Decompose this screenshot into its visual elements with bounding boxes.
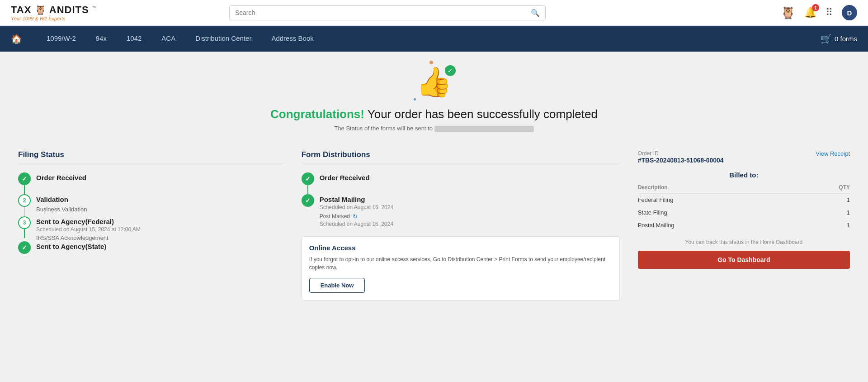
- logo-tax: TAX: [11, 4, 31, 15]
- go-to-dashboard-button[interactable]: Go To Dashboard: [638, 251, 850, 269]
- nav-bar: 🏠 1099/W-2 94x 1042 ACA Distribution Cen…: [0, 26, 868, 52]
- logo-andits: ANDITS: [49, 4, 89, 15]
- status-label-1: Order Received: [36, 172, 283, 181]
- notification-bell-icon[interactable]: 🔔 1: [804, 7, 816, 19]
- billing-row-1: State Filing 1: [638, 206, 850, 219]
- nav-item-1042[interactable]: 1042: [117, 26, 151, 52]
- order-id-block: Order ID #TBS-20240813-51068-00004: [638, 150, 724, 164]
- filing-status-title: Filing Status: [18, 150, 283, 163]
- dist-line-1: [307, 185, 308, 194]
- nav-item-1099w2[interactable]: 1099/W-2: [37, 26, 86, 52]
- billing-row-2-qty: 1: [800, 219, 850, 231]
- status-dot-2: 2: [18, 194, 31, 207]
- status-connector-4: ✓: [18, 241, 31, 254]
- dist-postmark-label: Post Marked: [320, 213, 350, 220]
- congrats-email-blurred: [434, 126, 534, 132]
- dist-connector-1: ✓: [302, 172, 314, 194]
- dist-postmark: Post Marked ↻: [320, 213, 620, 220]
- status-sub-3: Scheduled on August 15, 2024 at 12:00 AM: [36, 226, 283, 233]
- billing-row-0-qty: 1: [800, 193, 850, 206]
- dist-connector-2: ✓: [302, 194, 314, 207]
- filing-order-received: ✓ Order Received: [18, 172, 283, 194]
- congrats-title: Congratulations! Your order has been suc…: [18, 107, 850, 121]
- nav-item-94x[interactable]: 94x: [86, 26, 117, 52]
- online-access-title: Online Access: [309, 244, 612, 252]
- online-access-box: Online Access If you forgot to opt-in to…: [302, 236, 620, 301]
- congrats-highlight: Congratulations!: [270, 107, 364, 121]
- logo-area: TAX 🦉 ANDITS ™ Your 1099 & W2 Experts: [11, 4, 97, 21]
- status-text-1: Order Received: [36, 172, 283, 181]
- billing-table: Description QTY Federal Filing 1 State F…: [638, 184, 850, 232]
- logo-brand: TAX 🦉 ANDITS ™: [11, 4, 97, 16]
- col-qty-header: QTY: [800, 184, 850, 194]
- status-indent-3: IRS/SSA Acknowledgement: [36, 234, 283, 241]
- cart-icon: 🛒: [821, 33, 832, 44]
- search-bar: 🔍: [229, 5, 546, 20]
- filing-agency-federal: 3 Sent to Agency(Federal) Scheduled on A…: [18, 216, 283, 241]
- cart-count: 0 forms: [835, 35, 857, 43]
- grid-menu-icon[interactable]: ⠿: [826, 7, 833, 19]
- form-dist-title: Form Distributions: [302, 150, 620, 163]
- status-connector-1: ✓: [18, 172, 31, 194]
- status-dot-3: 3: [18, 216, 31, 229]
- form-distributions-col: Form Distributions ✓ Order Received ✓ Po…: [302, 150, 620, 301]
- congrats-rest: Your order has been successfully complet…: [364, 107, 598, 121]
- enable-now-button[interactable]: Enable Now: [309, 278, 365, 293]
- status-line-1: [24, 185, 25, 194]
- search-button[interactable]: 🔍: [531, 9, 540, 17]
- status-connector-2: 2: [18, 194, 31, 216]
- dist-postmark-date: Scheduled on August 16, 2024: [320, 221, 620, 227]
- status-label-3: Sent to Agency(Federal): [36, 216, 283, 225]
- dist-order-received: ✓ Order Received: [302, 172, 620, 194]
- dist-label-2: Postal Mailing: [320, 194, 620, 203]
- notification-badge: 1: [812, 4, 819, 11]
- dist-text-2: Postal Mailing Scheduled on August 16, 2…: [320, 194, 620, 227]
- search-input[interactable]: [235, 9, 531, 16]
- billing-row-0: Federal Filing 1: [638, 193, 850, 206]
- status-text-2: Validation Business Validation: [36, 194, 283, 216]
- status-label-4: Sent to Agency(State): [36, 241, 283, 250]
- status-indent-2: Business Validation: [36, 206, 283, 213]
- dist-postal-mailing: ✓ Postal Mailing Scheduled on August 16,…: [302, 194, 620, 227]
- dist-text-1: Order Received: [320, 172, 620, 181]
- logo-tagline: Your 1099 & W2 Experts: [11, 16, 97, 21]
- status-text-4: Sent to Agency(State): [36, 241, 283, 250]
- nav-item-distribution[interactable]: Distribution Center: [185, 26, 261, 52]
- logo-owl-icon: 🦉: [35, 5, 47, 15]
- online-access-text: If you forgot to opt-in to our online ac…: [309, 255, 612, 272]
- nav-home-icon[interactable]: 🏠: [11, 33, 22, 44]
- col-description-header: Description: [638, 184, 801, 194]
- nav-cart[interactable]: 🛒 0 forms: [821, 33, 857, 44]
- status-connector-3: 3: [18, 216, 31, 238]
- status-line-3: [24, 229, 25, 238]
- owl-mascot-icon[interactable]: 🦉: [781, 6, 795, 20]
- main-content: 👍 ✓ Congratulations! Your order has been…: [0, 52, 868, 319]
- dist-refresh-icon: ↻: [353, 213, 358, 220]
- order-summary-col: Order ID #TBS-20240813-51068-00004 View …: [638, 150, 850, 269]
- three-col-layout: Filing Status ✓ Order Received 2 Valid: [18, 150, 850, 301]
- header-right: 🦉 🔔 1 ⠿ D: [781, 5, 857, 20]
- dist-sub-2: Scheduled on August 16, 2024: [320, 204, 620, 210]
- order-header: Order ID #TBS-20240813-51068-00004 View …: [638, 150, 850, 164]
- congrats-subtitle: The Status of the forms will be sent to: [18, 125, 850, 132]
- avatar[interactable]: D: [842, 5, 857, 20]
- nav-item-addressbook[interactable]: Address Book: [261, 26, 323, 52]
- order-id-label: Order ID: [638, 150, 724, 157]
- billed-to-label: Billed to:: [638, 171, 850, 179]
- filing-agency-state: ✓ Sent to Agency(State): [18, 241, 283, 254]
- view-receipt-link[interactable]: View Receipt: [816, 150, 850, 157]
- dist-dot-1: ✓: [302, 172, 314, 185]
- success-check-overlay: ✓: [445, 65, 456, 76]
- billing-row-2-desc: Postal Mailing: [638, 219, 801, 231]
- dist-label-1: Order Received: [320, 172, 620, 181]
- dist-dot-2: ✓: [302, 194, 314, 207]
- nav-item-aca[interactable]: ACA: [151, 26, 185, 52]
- top-header: TAX 🦉 ANDITS ™ Your 1099 & W2 Experts 🔍 …: [0, 0, 868, 26]
- filing-validation: 2 Validation Business Validation: [18, 194, 283, 216]
- thumbs-up-icon: 👍 ✓: [416, 65, 452, 99]
- billing-row-1-qty: 1: [800, 206, 850, 219]
- order-id-value: #TBS-20240813-51068-00004: [638, 157, 724, 164]
- billing-row-1-desc: State Filing: [638, 206, 801, 219]
- billing-row-2: Postal Mailing 1: [638, 219, 850, 231]
- nav-items: 1099/W-2 94x 1042 ACA Distribution Cente…: [37, 26, 821, 52]
